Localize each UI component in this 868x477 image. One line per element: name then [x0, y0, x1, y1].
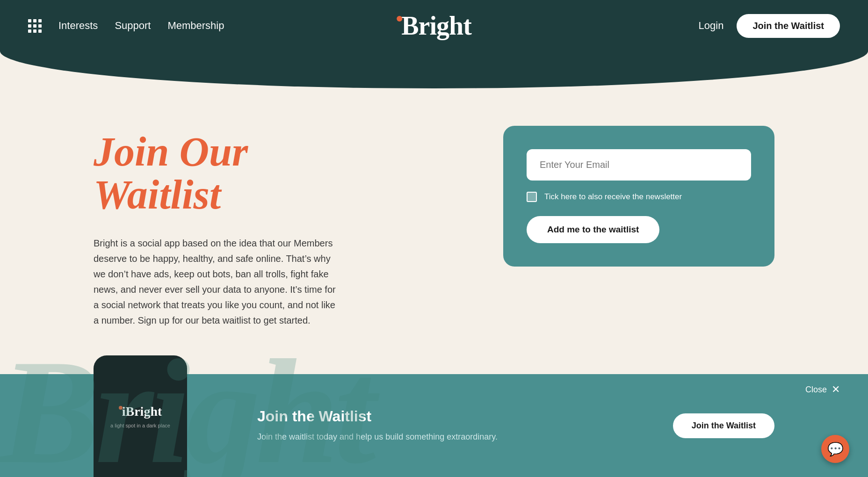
add-to-waitlist-button[interactable]: Add me to the waitlist: [527, 216, 659, 243]
newsletter-checkbox[interactable]: [527, 192, 537, 202]
hero-description: Bright is a social app based on the idea…: [94, 236, 337, 328]
banner-description: Join the waitlist today and help us buil…: [257, 431, 673, 443]
nav-logo[interactable]: Bright: [397, 11, 471, 41]
nav-right: Login Join the Waitlist: [699, 14, 840, 38]
hero-title: Join Our Waitlist: [94, 130, 374, 217]
chat-bubble-button[interactable]: 💬: [821, 435, 849, 463]
waitlist-card: Tick here to also receive the newsletter…: [503, 126, 774, 267]
chat-icon: 💬: [827, 441, 844, 457]
newsletter-label: Tick here to also receive the newsletter: [544, 192, 682, 202]
phone-tagline: a light spot in a dark place: [110, 423, 170, 428]
close-button[interactable]: Close ✕: [805, 383, 840, 396]
nav-left: Interests Support Membership: [28, 19, 224, 33]
join-waitlist-banner-button[interactable]: Join the Waitlist: [673, 413, 774, 438]
nav-membership[interactable]: Membership: [167, 20, 224, 32]
phone-mockup: iBright a light spot in a dark place: [94, 355, 187, 477]
newsletter-row: Tick here to also receive the newsletter: [527, 192, 751, 202]
navbar: Interests Support Membership Bright Logi…: [0, 0, 868, 51]
banner-title: Join the Waitlist: [257, 408, 673, 425]
nav-interests[interactable]: Interests: [58, 20, 98, 32]
grid-icon[interactable]: [28, 19, 42, 33]
logo-text: Bright: [397, 11, 471, 41]
nav-support[interactable]: Support: [115, 20, 151, 32]
login-link[interactable]: Login: [699, 20, 724, 32]
join-waitlist-nav-button[interactable]: Join the Waitlist: [737, 14, 840, 38]
hero-left: Join Our Waitlist Bright is a social app…: [94, 116, 374, 328]
bottom-banner: Close ✕ iBright a light spot in a dark p…: [0, 374, 868, 477]
close-icon: ✕: [832, 383, 840, 396]
email-input[interactable]: [527, 149, 751, 181]
banner-content: Join the Waitlist Join the waitlist toda…: [257, 408, 673, 443]
close-label: Close: [805, 385, 827, 395]
hero-section: Join Our Waitlist Bright is a social app…: [0, 88, 868, 350]
phone-logo-text: iBright: [122, 404, 162, 419]
nav-curve: [0, 51, 868, 88]
